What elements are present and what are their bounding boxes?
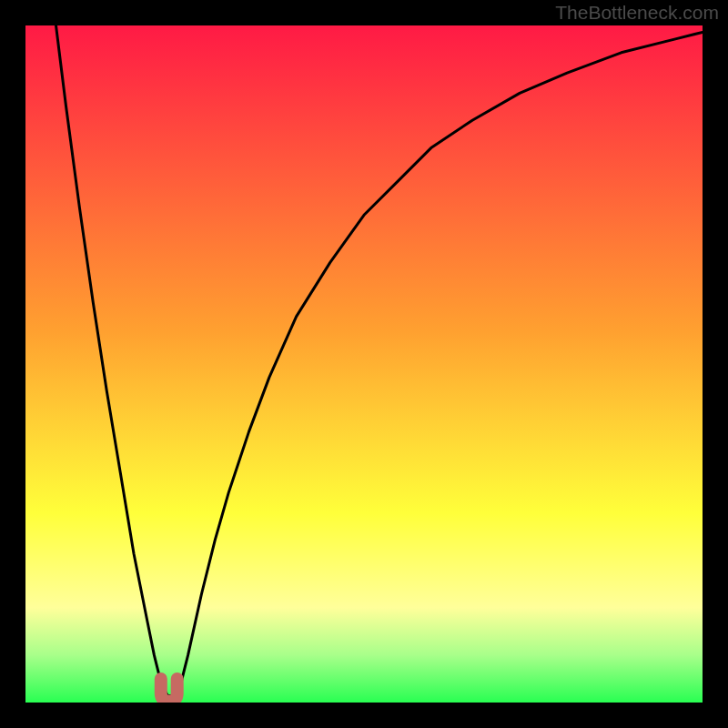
chart-svg	[25, 25, 703, 703]
plot-area	[25, 25, 703, 703]
watermark-label: TheBottleneck.com	[555, 2, 719, 24]
background-rect	[25, 25, 703, 703]
chart-frame: TheBottleneck.com	[0, 0, 728, 728]
